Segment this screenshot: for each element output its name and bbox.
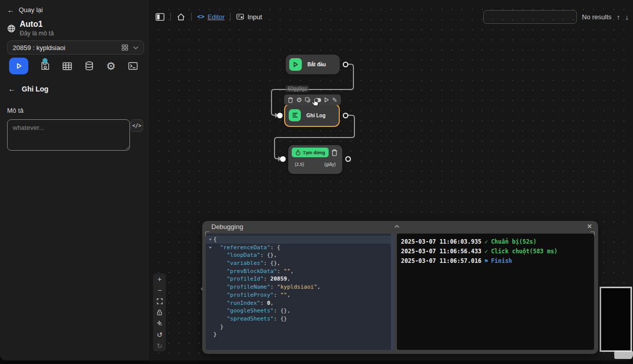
toolbar-separator — [170, 13, 171, 21]
profile-dropdown-value: 20859 : kypldsiaoi — [13, 44, 65, 52]
log-entry: 2025-03-07 11:06:03.935✓Chuẩn bị(52s) — [401, 237, 594, 247]
run-workflow-button[interactable] — [9, 58, 28, 74]
json-code[interactable]: { "referenceData": { "loopData": {}, "va… — [206, 234, 394, 350]
home-icon[interactable] — [176, 13, 186, 21]
lock-button[interactable] — [153, 307, 166, 318]
fit-view-button[interactable] — [153, 296, 166, 307]
check-icon: ✓ — [484, 237, 488, 247]
code-line[interactable]: "variables": {}, — [206, 259, 394, 267]
back-button[interactable]: ← Quay lại — [7, 6, 43, 14]
port-pause-output[interactable] — [345, 156, 351, 162]
collapse-panel-button[interactable] — [394, 225, 399, 228]
workflow-canvas[interactable]: <> Editor Input — [149, 0, 633, 360]
code-line[interactable]: "referenceData": { — [206, 244, 394, 252]
tab-input[interactable]: Input — [236, 13, 262, 21]
port-start-output[interactable] — [343, 62, 348, 67]
start-node-label: Bắt đầu — [307, 62, 326, 67]
json-scrollbar[interactable] — [391, 234, 394, 350]
input-form-icon — [236, 13, 244, 20]
start-node-icon — [289, 58, 302, 71]
description-textarea[interactable] — [7, 119, 130, 151]
block-config-title: Ghi Log — [22, 85, 49, 93]
canvas-topbar: <> Editor Input — [155, 9, 262, 24]
tab-editor[interactable]: <> Editor — [197, 13, 224, 21]
pause-node-label: Tạm dừng — [303, 150, 325, 155]
code-line[interactable]: "profileId": 20859, — [206, 275, 394, 283]
block-config-header: ← Ghi Log — [8, 84, 49, 93]
description-field-label: Mô tả — [7, 107, 24, 114]
code-line[interactable]: "googleSheets": {}, — [206, 307, 394, 315]
code-line[interactable]: "spreadSheets": {} — [206, 315, 394, 323]
sidebar: ← Quay lại Auto1 Đây là mô tả 20859 : ky… — [0, 0, 149, 360]
code-toggle-button[interactable]: </> — [130, 119, 143, 132]
code-line[interactable]: { — [206, 236, 394, 244]
zoom-out-button[interactable]: − — [153, 285, 166, 296]
minimap-viewport[interactable] — [614, 351, 633, 359]
code-brackets-icon: <> — [197, 13, 204, 20]
app-window: ← Quay lại Auto1 Đây là mô tả 20859 : ky… — [0, 0, 633, 360]
workflow-description: Đây là mô tả — [20, 30, 54, 37]
canvas-zoom-toolbar: + − ↺ ↻ — [153, 274, 166, 351]
code-line[interactable]: "profileProxy": "", — [206, 291, 394, 299]
edit-node-icon[interactable]: ✎ — [332, 97, 337, 104]
chevron-down-icon — [133, 46, 139, 50]
node-start[interactable]: Bắt đầu — [286, 55, 340, 74]
minimap[interactable] — [600, 287, 632, 352]
sidebar-toolbar: ⚙ ⋮ — [9, 58, 159, 74]
canvas-searchbar: No results ↑ ↓ — [483, 10, 629, 24]
toolbar-separator — [191, 13, 192, 21]
port-pause-input[interactable] — [280, 156, 286, 162]
pause-node-pill: Tạm dừng — [292, 148, 329, 157]
port-log-input[interactable] — [277, 113, 283, 118]
delete-node-icon[interactable] — [288, 97, 293, 103]
settings-gear-icon[interactable]: ⚙ — [106, 61, 116, 71]
close-panel-button[interactable]: × — [587, 221, 592, 232]
sidebar-toggle-icon[interactable] — [155, 13, 165, 21]
delete-pause-node-icon[interactable] — [331, 149, 338, 156]
profile-dropdown[interactable]: 20859 : kypldsiaoi — [7, 40, 144, 55]
search-results-status: No results — [582, 13, 612, 21]
toolbar-separator — [230, 13, 231, 21]
undo-button[interactable]: ↺ — [153, 329, 166, 340]
save-button[interactable] — [40, 61, 50, 71]
debug-panel: Debugging × { "referenceData": { "loopDa… — [202, 221, 598, 354]
unsaved-badge — [42, 58, 48, 63]
node-pause[interactable]: Tạm dừng (2,5) (giây) — [288, 145, 342, 174]
pane-collapse-handle[interactable]: ‹ — [201, 285, 203, 292]
search-prev-button[interactable]: ↑ — [617, 13, 620, 21]
globe-icon — [7, 20, 16, 37]
flag-icon: ⚑ — [484, 256, 488, 266]
redo-button[interactable]: ↻ — [153, 340, 166, 351]
search-box — [483, 10, 577, 24]
run-node-icon[interactable] — [324, 97, 329, 103]
code-line[interactable]: } — [206, 331, 394, 339]
tab-editor-label: Editor — [207, 13, 224, 21]
log-node-label: Ghi Log — [306, 113, 326, 118]
code-line[interactable]: "loopData": {}, — [206, 251, 394, 259]
node-id-tag: 60gg9gz — [286, 85, 309, 92]
zoom-in-button[interactable]: + — [153, 274, 166, 285]
workflow-title: Auto1 — [20, 20, 54, 29]
port-log-output[interactable] — [343, 113, 348, 118]
pause-duration-unit: (giây) — [324, 162, 336, 167]
debug-panel-title: Debugging — [211, 223, 243, 231]
log-entry: 2025-03-07 11:06:56.433✓Click chuột(583 … — [401, 247, 594, 256]
play-icon — [15, 62, 23, 70]
table-icon[interactable] — [62, 62, 72, 71]
code-line[interactable]: "profileName": "kypldsiaoi", — [206, 283, 394, 291]
check-icon: ✓ — [484, 247, 488, 256]
code-line[interactable]: "prevBlockData": "", — [206, 267, 394, 276]
section-back-arrow-icon[interactable]: ← — [8, 84, 16, 93]
code-line[interactable]: "runIndex": 0, — [206, 299, 394, 307]
log-output[interactable]: 2025-03-07 11:06:03.935✓Chuẩn bị(52s)202… — [397, 234, 594, 350]
hand-cursor — [310, 97, 321, 108]
pause-duration-value: (2,5) — [295, 162, 304, 167]
search-input[interactable] — [484, 11, 577, 23]
node-settings-icon[interactable]: ⚙ — [296, 95, 302, 105]
terminal-icon[interactable] — [128, 62, 138, 70]
database-icon[interactable] — [84, 61, 94, 71]
interactive-mode-button[interactable] — [153, 318, 166, 329]
search-next-button[interactable]: ↓ — [625, 13, 629, 21]
log-entry: 2025-03-07 11:06:57.016⚑Finish — [401, 256, 594, 266]
code-line[interactable]: } — [206, 323, 394, 331]
